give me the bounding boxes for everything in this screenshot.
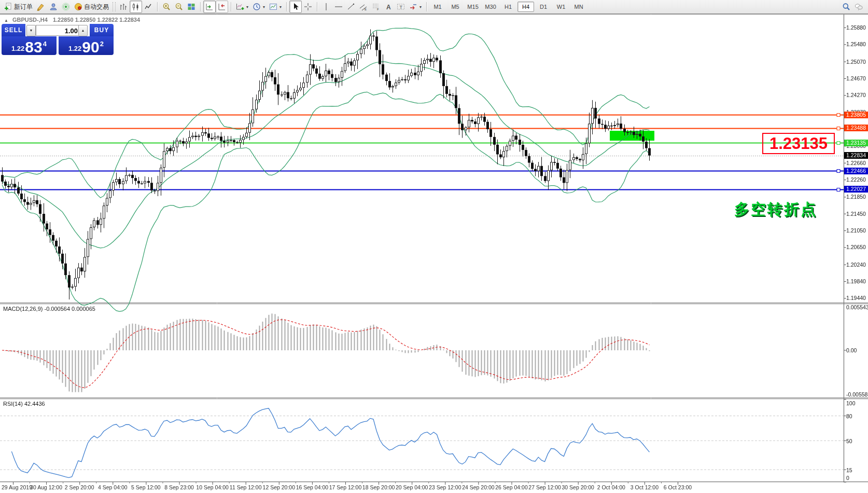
candlestick-chart-button[interactable] bbox=[130, 1, 142, 13]
time-tick-label: 27 Sep 12:00 bbox=[528, 484, 561, 490]
indicators-add-icon bbox=[236, 3, 244, 11]
fibonacci-button[interactable]: F bbox=[370, 1, 382, 13]
timeframe-m15-button[interactable]: M15 bbox=[465, 2, 481, 12]
buy-price-prefix: 1.22 bbox=[68, 45, 81, 52]
one-click-trading-panel: SELL ▼ ▲ BUY 1.22834 1.22902 bbox=[2, 24, 114, 55]
horizontal-line-button[interactable] bbox=[332, 1, 345, 13]
timeframe-mn-button[interactable]: MN bbox=[570, 2, 587, 12]
signal-icon bbox=[62, 3, 70, 11]
chart-shift-button[interactable] bbox=[216, 1, 228, 13]
auto-scroll-button[interactable] bbox=[203, 1, 216, 13]
text-label-button[interactable]: T bbox=[395, 1, 407, 13]
collapse-triangle-icon[interactable]: ▲ bbox=[4, 18, 8, 23]
toolbar-separator bbox=[286, 2, 287, 11]
equidistant-channel-button[interactable]: E bbox=[357, 1, 370, 13]
volume-decrease-button[interactable]: ▼ bbox=[26, 25, 36, 36]
buy-price-display[interactable]: 1.22902 bbox=[59, 36, 114, 55]
community-button[interactable] bbox=[47, 1, 60, 13]
price-level-tag: 1.22027 bbox=[844, 186, 868, 193]
dropdown-caret: ▾ bbox=[263, 5, 265, 9]
styler-button[interactable] bbox=[35, 1, 47, 13]
price-callout-box[interactable]: 1.23135 bbox=[762, 133, 835, 154]
toolbar-separator bbox=[200, 2, 201, 11]
chart-title: ▲ GBPUSD-,H4 1.22850 1.22850 1.22822 1.2… bbox=[4, 17, 140, 23]
buy-price-big: 90 bbox=[82, 39, 99, 55]
bar-chart-button[interactable] bbox=[117, 1, 130, 13]
time-tick-label: 10 Sep 04:00 bbox=[196, 484, 228, 490]
timeframe-d1-button[interactable]: D1 bbox=[535, 2, 552, 12]
time-tick-label: 6 Oct 23:00 bbox=[664, 484, 692, 490]
time-tick-label: 2 Sep 20:00 bbox=[65, 484, 94, 490]
rsi-axis-label: 0 bbox=[846, 475, 849, 481]
volume-increase-button[interactable]: ▲ bbox=[78, 25, 88, 36]
text-button[interactable]: A bbox=[382, 1, 395, 13]
price-level-tag: 1.23805 bbox=[844, 112, 868, 118]
trendline-button[interactable] bbox=[345, 1, 357, 13]
time-tick-label: 29 Aug 2019 bbox=[2, 484, 32, 490]
autotrading-icon bbox=[74, 3, 82, 11]
chinese-note-text[interactable]: 多空转折点 bbox=[734, 199, 817, 220]
timeframe-h1-button[interactable]: H1 bbox=[500, 2, 516, 12]
crosshair-button[interactable] bbox=[302, 1, 314, 13]
price-tick-label: 1.24670 bbox=[846, 75, 866, 81]
line-chart-icon bbox=[144, 3, 152, 11]
price-tick-label: 1.22660 bbox=[846, 160, 866, 166]
chart-ohlc-values: 1.22850 1.22850 1.22822 1.22834 bbox=[53, 17, 140, 23]
new-order-button[interactable]: 新订单 bbox=[2, 1, 35, 13]
timeframe-m30-button[interactable]: M30 bbox=[482, 2, 499, 12]
autotrading-button[interactable]: 自动交易 bbox=[72, 1, 111, 13]
sell-price-display[interactable]: 1.22834 bbox=[2, 36, 57, 55]
indicators-button[interactable]: ▾ bbox=[234, 1, 250, 13]
price-tick-label: 1.22260 bbox=[846, 176, 866, 183]
shapes-button[interactable]: ▾ bbox=[407, 1, 424, 13]
clock-icon bbox=[253, 3, 261, 11]
time-tick-label: 3 Oct 12:00 bbox=[631, 484, 659, 490]
periods-button[interactable]: ▾ bbox=[250, 1, 267, 13]
time-tick-label: 12 Sep 20:00 bbox=[263, 484, 295, 490]
zoom-out-button[interactable] bbox=[173, 1, 185, 13]
time-tick-label: 18 Sep 20:00 bbox=[362, 484, 395, 490]
price-tick-label: 1.20240 bbox=[846, 262, 866, 268]
timeframe-m5-button[interactable]: M5 bbox=[447, 2, 464, 12]
volume-input[interactable] bbox=[36, 25, 81, 36]
buy-button[interactable]: BUY bbox=[90, 24, 114, 36]
vertical-line-button[interactable] bbox=[320, 1, 332, 13]
signals-button[interactable] bbox=[60, 1, 72, 13]
price-tick-label: 1.19440 bbox=[846, 295, 866, 301]
toolbar-separator bbox=[426, 2, 427, 11]
rsi-indicator-label: RSI(14) 42.4436 bbox=[3, 401, 45, 407]
channel-icon: E bbox=[359, 3, 368, 11]
toolbar-separator bbox=[231, 2, 231, 11]
chart-symbol-period: GBPUSD-,H4 bbox=[12, 17, 48, 23]
time-tick-label: 11 Sep 12:00 bbox=[230, 484, 262, 490]
timeframe-m1-button[interactable]: M1 bbox=[429, 2, 446, 12]
zoom-in-button[interactable] bbox=[160, 1, 173, 13]
sell-button[interactable]: SELL bbox=[2, 24, 25, 36]
timeframe-h4-button[interactable]: H4 bbox=[517, 2, 534, 12]
timeframe-w1-button[interactable]: W1 bbox=[553, 2, 569, 12]
cursor-button[interactable] bbox=[289, 1, 302, 13]
line-chart-button[interactable] bbox=[142, 1, 155, 13]
chat-icon[interactable] bbox=[855, 3, 863, 11]
time-tick-label: 5 Sep 12:00 bbox=[131, 484, 161, 490]
price-tick-label: 1.24270 bbox=[846, 92, 866, 98]
time-tick-label: 24 Sep 20:00 bbox=[462, 484, 494, 490]
fibonacci-icon: F bbox=[372, 3, 380, 11]
time-tick-label: 2 Oct 04:00 bbox=[597, 484, 625, 490]
chart-canvas[interactable] bbox=[0, 0, 868, 493]
main-toolbar: 新订单 自动交易 ▾ ▾ bbox=[0, 0, 868, 14]
sell-price-prefix: 1.22 bbox=[11, 45, 24, 52]
svg-text:T: T bbox=[400, 5, 403, 10]
time-tick-label: 23 Sep 12:00 bbox=[429, 484, 461, 490]
search-icon[interactable] bbox=[842, 3, 850, 11]
price-tick-label: 1.21450 bbox=[846, 211, 866, 217]
macd-axis-label: -0.005583 bbox=[846, 391, 868, 398]
time-tick-label: 4 Sep 04:00 bbox=[98, 484, 128, 490]
toolbar-separator bbox=[157, 2, 158, 11]
templates-button[interactable]: ▾ bbox=[267, 1, 284, 13]
new-order-icon bbox=[4, 3, 12, 11]
tile-windows-button[interactable] bbox=[185, 1, 198, 13]
price-level-tag: 1.22834 bbox=[844, 152, 868, 159]
price-tick-label: 1.21050 bbox=[846, 227, 866, 234]
svg-text:F: F bbox=[377, 8, 379, 11]
